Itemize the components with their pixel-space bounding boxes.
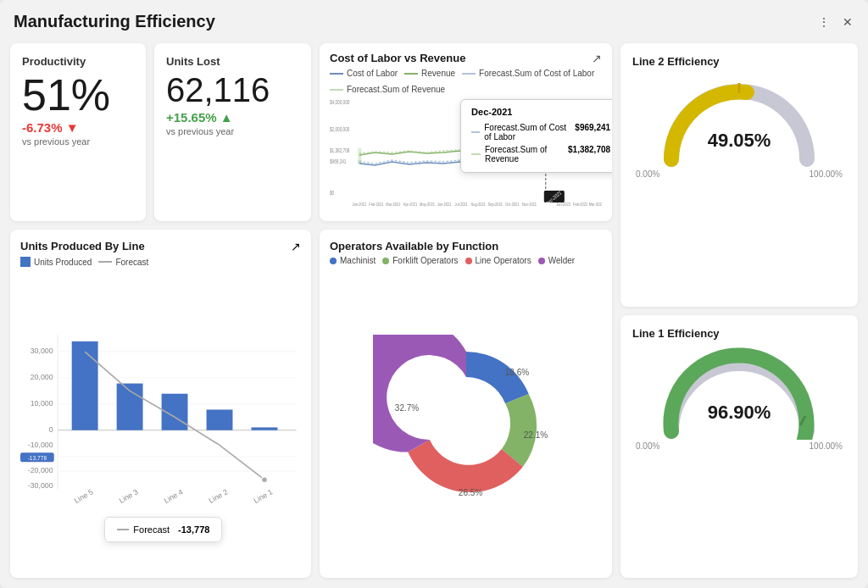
svg-text:32.7%: 32.7%: [394, 403, 418, 413]
svg-text:Feb-2022: Feb-2022: [573, 201, 587, 207]
line2-max-label: 100.00%: [810, 169, 843, 179]
labor-revenue-title: Cost of Labor vs Revenue: [330, 52, 465, 64]
svg-text:Mar-2022: Mar-2022: [589, 201, 602, 207]
line1-gauge-container: 96.90% 0.00% 100.00%: [632, 347, 846, 451]
app-window: Manufacturing Efficiency ⋮ ✕ Productivit…: [0, 0, 868, 588]
labor-revenue-card: Cost of Labor vs Revenue ↗ Cost of Labor…: [320, 43, 612, 221]
svg-text:30,000: 30,000: [31, 347, 53, 355]
cost-of-labor-line-icon: [330, 73, 343, 75]
donut-chart-area: 18.6% 22.1% 26.5% 32.7%: [330, 270, 602, 568]
svg-text:$2,000,000: $2,000,000: [330, 126, 350, 132]
line2-gauge-container: 49.05% 0.00% 100.00%: [632, 75, 846, 179]
svg-text:22.1%: 22.1%: [523, 430, 547, 440]
operators-card: Operators Available by Function Machinis…: [320, 230, 612, 578]
legend-line-ops: Line Operators: [465, 256, 531, 265]
svg-text:Line 5: Line 5: [73, 487, 95, 505]
right-column: Line 2 Efficiency 49.05% 0.00% 100.00%: [620, 43, 858, 578]
legend-cost-of-labor: Cost of Labor: [330, 69, 398, 78]
svg-text:$969,241: $969,241: [330, 158, 347, 164]
svg-text:May-2021: May-2021: [420, 201, 435, 207]
labor-tooltip: Dec-2021 Forecast.Sum of Cost of Labor $…: [460, 99, 612, 173]
bar-chart-header: Units Produced By Line ↗: [20, 240, 301, 253]
units-lost-card: Units Lost 62,116 +15.65% ▲ vs previous …: [154, 43, 311, 221]
machinist-dot: [330, 258, 337, 264]
svg-text:96.90%: 96.90%: [708, 402, 771, 423]
svg-text:Jan-2021: Jan-2021: [352, 201, 366, 207]
svg-text:Line 2: Line 2: [208, 487, 230, 505]
line1-max-label: 100.00%: [810, 441, 843, 451]
forecast-tooltip-label: Forecast: [133, 524, 170, 535]
bar-expand-icon[interactable]: ↗: [291, 240, 301, 253]
legend-forecast-revenue: Forecast.Sum of Revenue: [330, 85, 445, 94]
svg-text:Mar-2021: Mar-2021: [386, 201, 400, 207]
line2-min-label: 0.00%: [636, 169, 659, 179]
forecast-tooltip-value: -13,778: [178, 524, 209, 535]
units-lost-change: +15.65% ▲: [166, 110, 299, 125]
svg-text:-10,000: -10,000: [28, 441, 53, 449]
svg-text:Jan-2022: Jan-2022: [556, 201, 570, 207]
legend-machinist: Machinist: [330, 256, 376, 265]
dashboard-grid: Productivity 51% -6.73% ▼ vs previous ye…: [0, 38, 868, 588]
svg-text:18.6%: 18.6%: [504, 368, 528, 377]
tooltip-cost-value: $969,241: [575, 123, 610, 141]
svg-text:Line 1: Line 1: [253, 487, 275, 505]
svg-text:0: 0: [49, 425, 53, 434]
line-ops-dot: [465, 258, 472, 264]
svg-text:10,000: 10,000: [31, 399, 53, 408]
bar-line1: [252, 427, 278, 430]
tooltip-revenue-value: $1,382,708: [568, 145, 610, 164]
svg-text:-13,778: -13,778: [28, 455, 47, 461]
svg-text:-30,000: -30,000: [28, 481, 53, 490]
legend-revenue: Revenue: [404, 69, 455, 78]
svg-point-51: [426, 379, 507, 460]
svg-text:Oct-2021: Oct-2021: [505, 201, 520, 207]
tooltip-date: Dec-2021: [471, 107, 610, 117]
units-lost-title: Units Lost: [166, 55, 299, 68]
svg-text:Apr-2021: Apr-2021: [403, 201, 418, 207]
legend-welder: Welder: [538, 256, 576, 265]
forecast-revenue-line-icon: [330, 89, 343, 91]
forecast-line-icon: [98, 261, 112, 263]
productivity-change: -6.73% ▼: [22, 120, 134, 135]
forecast-tooltip-icon: [117, 529, 129, 530]
line1-gauge-labels: 0.00% 100.00%: [632, 441, 846, 451]
svg-text:Aug-2021: Aug-2021: [471, 201, 486, 207]
svg-text:$0: $0: [330, 190, 335, 196]
legend-forecast-cost: Forecast.Sum of Cost of Labor: [462, 69, 594, 78]
productivity-card: Productivity 51% -6.73% ▼ vs previous ye…: [10, 43, 146, 221]
bar-legend: Units Produced Forecast: [20, 257, 301, 267]
tooltip-forecast-revenue-row: Forecast.Sum of Revenue $1,382,708: [471, 143, 610, 165]
bar-line2: [207, 409, 233, 430]
operators-legend: Machinist Forklift Operators Line Operat…: [330, 256, 602, 265]
more-options-button[interactable]: ⋮: [817, 15, 831, 29]
svg-text:26.5%: 26.5%: [458, 488, 481, 497]
svg-text:$1,382,708: $1,382,708: [330, 147, 350, 153]
units-produced-card: Units Produced By Line ↗ Units Produced …: [10, 230, 311, 578]
line2-gauge-labels: 0.00% 100.00%: [632, 169, 846, 179]
units-produced-bar-icon: [20, 257, 31, 267]
expand-icon[interactable]: ↗: [592, 52, 602, 65]
svg-point-45: [262, 477, 268, 483]
legend-forecast-bar: Forecast: [98, 257, 148, 267]
labor-revenue-chart: $4,000,000 $2,000,000 $1,382,708 $969,24…: [330, 97, 602, 208]
units-lost-vs: vs previous year: [166, 126, 299, 136]
line2-title: Line 2 Efficiency: [632, 55, 720, 68]
productivity-value: 51%: [22, 73, 134, 117]
operators-title: Operators Available by Function: [330, 240, 602, 252]
svg-text:49.05%: 49.05%: [708, 130, 771, 151]
forklift-dot: [382, 258, 389, 264]
revenue-line-icon: [404, 73, 418, 75]
productivity-vs: vs previous year: [22, 136, 134, 147]
productivity-title: Productivity: [22, 55, 134, 68]
close-button[interactable]: ✕: [841, 15, 854, 29]
svg-text:Jul-2021: Jul-2021: [454, 201, 467, 207]
legend-units-produced: Units Produced: [20, 257, 92, 267]
bar-chart-title: Units Produced By Line: [20, 240, 145, 252]
bar-line5: [72, 341, 98, 430]
welder-dot: [538, 258, 545, 264]
line1-gauge-svg: 96.90%: [654, 347, 824, 440]
forecast-tooltip: Forecast -13,778: [104, 517, 222, 542]
donut-svg: 18.6% 22.1% 26.5% 32.7%: [373, 335, 559, 504]
app-title: Manufacturing Efficiency: [14, 12, 215, 31]
svg-text:20,000: 20,000: [31, 373, 53, 381]
